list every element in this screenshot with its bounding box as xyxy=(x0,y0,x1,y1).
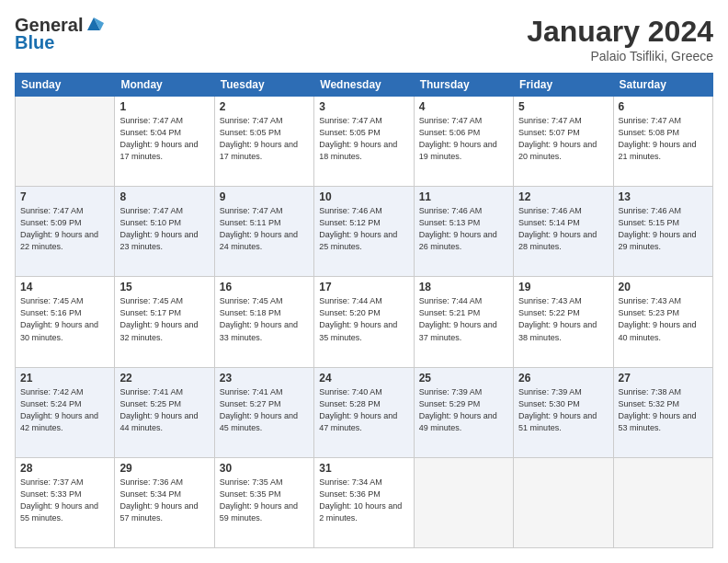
day-info: Sunrise: 7:41 AMSunset: 5:27 PMDaylight:… xyxy=(220,387,298,432)
day-number: 5 xyxy=(518,100,608,113)
day-info: Sunrise: 7:46 AMSunset: 5:15 PMDaylight:… xyxy=(619,206,697,251)
day-number: 3 xyxy=(319,100,408,113)
day-number: 14 xyxy=(20,281,109,293)
header-friday: Friday xyxy=(514,74,613,97)
day-number: 22 xyxy=(119,372,209,385)
table-row: 2Sunrise: 7:47 AMSunset: 5:05 PMDaylight… xyxy=(214,97,313,187)
title-block: January 2024 Palaio Tsifliki, Greece xyxy=(527,15,713,63)
day-number: 31 xyxy=(319,462,408,475)
day-info: Sunrise: 7:45 AMSunset: 5:18 PMDaylight:… xyxy=(220,296,298,341)
table-row: 25Sunrise: 7:39 AMSunset: 5:29 PMDayligh… xyxy=(414,367,513,457)
table-row: 15Sunrise: 7:45 AMSunset: 5:17 PMDayligh… xyxy=(115,277,214,367)
table-row: 19Sunrise: 7:43 AMSunset: 5:22 PMDayligh… xyxy=(514,277,613,367)
day-info: Sunrise: 7:37 AMSunset: 5:33 PMDaylight:… xyxy=(20,477,98,523)
day-number: 23 xyxy=(220,372,309,385)
day-info: Sunrise: 7:47 AMSunset: 5:07 PMDaylight:… xyxy=(518,116,597,161)
day-number: 26 xyxy=(518,372,608,385)
calendar-week-row: 28Sunrise: 7:37 AMSunset: 5:33 PMDayligh… xyxy=(16,457,713,547)
day-number: 8 xyxy=(119,190,209,203)
day-number: 1 xyxy=(119,100,209,113)
table-row: 31Sunrise: 7:34 AMSunset: 5:36 PMDayligh… xyxy=(314,457,414,547)
header-sunday: Sunday xyxy=(16,74,115,97)
day-number: 2 xyxy=(220,100,309,113)
day-info: Sunrise: 7:47 AMSunset: 5:10 PMDaylight:… xyxy=(119,206,198,251)
day-number: 16 xyxy=(220,281,309,293)
day-number: 25 xyxy=(419,372,508,385)
table-row: 18Sunrise: 7:44 AMSunset: 5:21 PMDayligh… xyxy=(414,277,513,367)
table-row: 3Sunrise: 7:47 AMSunset: 5:05 PMDaylight… xyxy=(314,97,414,187)
table-row: 16Sunrise: 7:45 AMSunset: 5:18 PMDayligh… xyxy=(214,277,313,367)
day-info: Sunrise: 7:46 AMSunset: 5:13 PMDaylight:… xyxy=(419,206,497,251)
day-info: Sunrise: 7:39 AMSunset: 5:29 PMDaylight:… xyxy=(419,387,497,432)
table-row: 24Sunrise: 7:40 AMSunset: 5:28 PMDayligh… xyxy=(314,367,414,457)
table-row: 29Sunrise: 7:36 AMSunset: 5:34 PMDayligh… xyxy=(115,457,214,547)
day-info: Sunrise: 7:46 AMSunset: 5:12 PMDaylight:… xyxy=(319,206,397,251)
day-number: 12 xyxy=(518,190,608,203)
day-info: Sunrise: 7:43 AMSunset: 5:23 PMDaylight:… xyxy=(619,296,697,341)
day-number: 11 xyxy=(419,190,508,203)
day-info: Sunrise: 7:36 AMSunset: 5:34 PMDaylight:… xyxy=(119,477,198,523)
table-row: 4Sunrise: 7:47 AMSunset: 5:06 PMDaylight… xyxy=(414,97,513,187)
day-number: 7 xyxy=(20,190,109,203)
header-saturday: Saturday xyxy=(613,74,712,97)
day-number: 21 xyxy=(20,372,109,385)
day-number: 18 xyxy=(419,281,508,293)
day-info: Sunrise: 7:39 AMSunset: 5:30 PMDaylight:… xyxy=(518,387,597,432)
calendar-week-row: 21Sunrise: 7:42 AMSunset: 5:24 PMDayligh… xyxy=(16,367,713,457)
table-row: 5Sunrise: 7:47 AMSunset: 5:07 PMDaylight… xyxy=(514,97,613,187)
page: General Blue January 2024 Palaio Tsiflik… xyxy=(0,0,728,563)
logo: General Blue xyxy=(15,15,104,53)
table-row: 12Sunrise: 7:46 AMSunset: 5:14 PMDayligh… xyxy=(514,187,613,277)
table-row: 20Sunrise: 7:43 AMSunset: 5:23 PMDayligh… xyxy=(613,277,712,367)
table-row: 23Sunrise: 7:41 AMSunset: 5:27 PMDayligh… xyxy=(214,367,313,457)
table-row: 21Sunrise: 7:42 AMSunset: 5:24 PMDayligh… xyxy=(16,367,115,457)
table-row: 8Sunrise: 7:47 AMSunset: 5:10 PMDaylight… xyxy=(115,187,214,277)
logo-icon xyxy=(84,14,104,34)
day-info: Sunrise: 7:38 AMSunset: 5:32 PMDaylight:… xyxy=(619,387,697,432)
table-row: 1Sunrise: 7:47 AMSunset: 5:04 PMDaylight… xyxy=(115,97,214,187)
day-info: Sunrise: 7:44 AMSunset: 5:20 PMDaylight:… xyxy=(319,296,397,341)
table-row xyxy=(414,457,513,547)
day-number: 30 xyxy=(220,462,309,475)
day-number: 6 xyxy=(619,100,708,113)
day-number: 28 xyxy=(20,462,109,475)
table-row: 10Sunrise: 7:46 AMSunset: 5:12 PMDayligh… xyxy=(314,187,414,277)
calendar-week-row: 7Sunrise: 7:47 AMSunset: 5:09 PMDaylight… xyxy=(16,187,713,277)
header: General Blue January 2024 Palaio Tsiflik… xyxy=(15,15,713,63)
day-number: 19 xyxy=(518,281,608,293)
day-number: 29 xyxy=(119,462,209,475)
day-info: Sunrise: 7:47 AMSunset: 5:06 PMDaylight:… xyxy=(419,116,497,161)
table-row: 17Sunrise: 7:44 AMSunset: 5:20 PMDayligh… xyxy=(314,277,414,367)
table-row: 27Sunrise: 7:38 AMSunset: 5:32 PMDayligh… xyxy=(613,367,712,457)
day-number: 13 xyxy=(619,190,708,203)
table-row: 26Sunrise: 7:39 AMSunset: 5:30 PMDayligh… xyxy=(514,367,613,457)
day-number: 20 xyxy=(619,281,708,293)
table-row: 11Sunrise: 7:46 AMSunset: 5:13 PMDayligh… xyxy=(414,187,513,277)
day-number: 10 xyxy=(319,190,408,203)
day-info: Sunrise: 7:47 AMSunset: 5:04 PMDaylight:… xyxy=(119,116,198,161)
calendar-table: Sunday Monday Tuesday Wednesday Thursday… xyxy=(15,73,713,548)
day-info: Sunrise: 7:44 AMSunset: 5:21 PMDaylight:… xyxy=(419,296,497,341)
header-monday: Monday xyxy=(115,74,214,97)
day-number: 4 xyxy=(419,100,508,113)
day-number: 27 xyxy=(619,372,708,385)
header-thursday: Thursday xyxy=(414,74,513,97)
calendar-week-row: 14Sunrise: 7:45 AMSunset: 5:16 PMDayligh… xyxy=(16,277,713,367)
day-info: Sunrise: 7:47 AMSunset: 5:08 PMDaylight:… xyxy=(619,116,697,161)
day-info: Sunrise: 7:46 AMSunset: 5:14 PMDaylight:… xyxy=(518,206,597,251)
day-info: Sunrise: 7:34 AMSunset: 5:36 PMDaylight:… xyxy=(319,477,402,523)
table-row: 6Sunrise: 7:47 AMSunset: 5:08 PMDaylight… xyxy=(613,97,712,187)
day-info: Sunrise: 7:40 AMSunset: 5:28 PMDaylight:… xyxy=(319,387,397,432)
table-row: 9Sunrise: 7:47 AMSunset: 5:11 PMDaylight… xyxy=(214,187,313,277)
table-row xyxy=(514,457,613,547)
main-title: January 2024 xyxy=(527,15,713,49)
calendar-week-row: 1Sunrise: 7:47 AMSunset: 5:04 PMDaylight… xyxy=(16,97,713,187)
day-info: Sunrise: 7:47 AMSunset: 5:05 PMDaylight:… xyxy=(319,116,397,161)
subtitle: Palaio Tsifliki, Greece xyxy=(527,49,713,63)
day-info: Sunrise: 7:47 AMSunset: 5:05 PMDaylight:… xyxy=(220,116,298,161)
header-tuesday: Tuesday xyxy=(214,74,313,97)
table-row xyxy=(16,97,115,187)
table-row: 22Sunrise: 7:41 AMSunset: 5:25 PMDayligh… xyxy=(115,367,214,457)
header-row: Sunday Monday Tuesday Wednesday Thursday… xyxy=(16,74,713,97)
day-number: 17 xyxy=(319,281,408,293)
